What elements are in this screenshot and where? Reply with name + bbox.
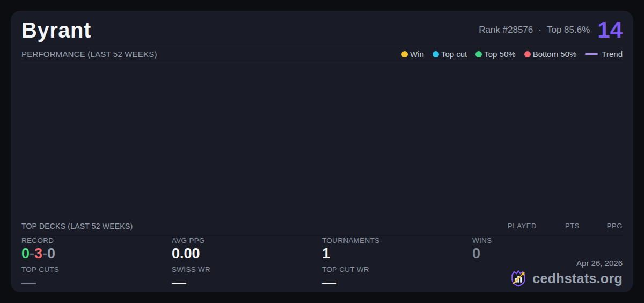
stat-label: TOURNAMENTS (322, 236, 472, 244)
stats-region: RECORD 0-3-0 AVG PPG 0.00 TOURNAMENTS 1 … (21, 233, 623, 292)
stats-card: Byrant Rank #28576 · Top 85.6% 14 PERFOR… (11, 11, 633, 292)
legend-item-top-cut: Top cut (433, 49, 467, 59)
legend-label: Top 50% (484, 49, 515, 59)
stat-top-cuts: TOP CUTS — (21, 265, 172, 292)
stat-record: RECORD 0-3-0 (21, 236, 172, 263)
bottom-50-dot-icon (524, 51, 531, 57)
legend-label: Trend (602, 49, 623, 59)
legend-item-win: Win (401, 49, 424, 59)
column-header-pts: PTS (537, 222, 580, 230)
performance-section-title: PERFORMANCE (LAST 52 WEEKS) (21, 49, 157, 59)
rank-separator: · (538, 25, 541, 35)
record-separator: - (42, 246, 47, 262)
record-value: 0-3-0 (21, 246, 172, 263)
top-cut-wr-value: — (322, 275, 472, 292)
stat-avg-ppg: AVG PPG 0.00 (172, 236, 322, 263)
brand-link[interactable]: cedhstats.org (509, 269, 623, 288)
stat-label: AVG PPG (172, 236, 322, 244)
stat-label: TOP CUTS (21, 265, 172, 273)
card-footer: Apr 26, 2026 cedhstats.org (509, 258, 623, 288)
column-header-ppg: PPG (580, 222, 623, 230)
swiss-wr-value: — (172, 275, 322, 292)
date-label: Apr 26, 2026 (576, 258, 623, 268)
record-wins: 0 (21, 246, 30, 262)
legend-item-trend: Trend (585, 49, 623, 59)
legend-item-top-50: Top 50% (475, 49, 515, 59)
legend-item-bottom-50: Bottom 50% (524, 49, 577, 59)
legend-label: Top cut (441, 49, 467, 59)
performance-section-header: PERFORMANCE (LAST 52 WEEKS) Win Top cut … (21, 46, 623, 62)
stat-swiss-wr: SWISS WR — (172, 265, 322, 292)
performance-chart (21, 62, 623, 219)
rank-line: Rank #28576 · Top 85.6% (479, 25, 590, 35)
top-decks-columns: PLAYED PTS PPG (494, 222, 623, 230)
record-losses: 3 (34, 246, 42, 262)
rank-number: Rank #28576 (479, 25, 533, 35)
column-header-played: PLAYED (494, 222, 537, 230)
stat-label: SWISS WR (172, 265, 322, 273)
record-separator: - (30, 246, 34, 262)
page-title: Byrant (21, 19, 91, 41)
stat-top-cut-wr: TOP CUT WR — (322, 265, 472, 292)
stat-label: WINS (472, 236, 623, 244)
chart-legend: Win Top cut Top 50% Bottom 50% Trend (401, 49, 623, 59)
top-decks-section-title: TOP DECKS (LAST 52 WEEKS) (21, 222, 133, 230)
win-dot-icon (401, 51, 408, 57)
avg-ppg-value: 0.00 (172, 246, 322, 263)
legend-label: Bottom 50% (533, 49, 577, 59)
cedhstats-logo-icon (509, 269, 528, 288)
rank-summary: Rank #28576 · Top 85.6% 14 (479, 19, 623, 41)
rating-value: 14 (597, 19, 623, 41)
stat-label: TOP CUT WR (322, 265, 472, 273)
stat-tournaments: TOURNAMENTS 1 (322, 236, 472, 263)
tournaments-value: 1 (322, 246, 472, 263)
stat-label: RECORD (21, 236, 172, 244)
record-draws: 0 (47, 246, 55, 262)
legend-label: Win (410, 49, 424, 59)
top-cuts-value: — (21, 275, 172, 292)
card-header: Byrant Rank #28576 · Top 85.6% 14 (21, 11, 623, 46)
top-cut-dot-icon (433, 51, 439, 57)
trend-line-icon (585, 53, 598, 55)
top-50-dot-icon (475, 51, 482, 57)
rank-percentile: Top 85.6% (547, 25, 590, 35)
brand-name: cedhstats.org (532, 271, 623, 286)
top-decks-section-header: TOP DECKS (LAST 52 WEEKS) PLAYED PTS PPG (21, 219, 623, 233)
